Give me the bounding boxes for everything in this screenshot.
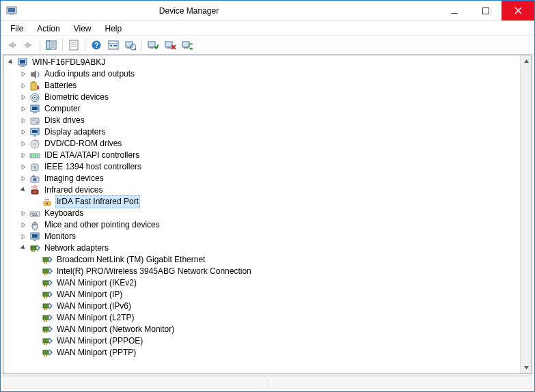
tree-item[interactable]: WAN Miniport (Network Monitor) (5, 324, 520, 335)
tree-item[interactable]: WAN Miniport (PPTP) (5, 347, 520, 359)
tree-item[interactable]: Infrared devices (5, 184, 520, 196)
tree-item[interactable]: WAN Miniport (L2TP) (5, 312, 520, 324)
svg-rect-2 (10, 14, 14, 15)
svg-rect-36 (20, 60, 25, 64)
tree-item[interactable]: Biometric devices (5, 92, 520, 103)
svg-rect-101 (44, 320, 45, 322)
tree-item[interactable]: Batteries (5, 80, 520, 92)
tree-item-label: Batteries (43, 80, 78, 92)
svg-rect-47 (32, 107, 38, 110)
svg-text:?: ? (94, 42, 98, 49)
tree-item[interactable]: Audio inputs and outputs (5, 68, 520, 80)
svg-rect-27 (148, 42, 155, 47)
tree-item[interactable]: Network adapters (5, 242, 520, 254)
tree-item[interactable]: WAN Miniport (PPPOE) (5, 335, 520, 347)
svg-rect-106 (43, 339, 49, 343)
expander-none (32, 256, 40, 264)
svg-rect-61 (37, 154, 38, 157)
svg-rect-99 (46, 308, 47, 310)
tree-item[interactable]: Keyboards (5, 208, 520, 219)
svg-point-56 (34, 143, 36, 145)
network-adapter-icon (42, 301, 53, 312)
expander-closed-icon[interactable] (20, 117, 27, 124)
tree-item[interactable]: Disk drives (5, 115, 520, 126)
tree-item[interactable]: WIN-F16FDL9ABKJ (5, 57, 520, 68)
svg-rect-83 (31, 250, 33, 252)
toolbar-separator (141, 38, 142, 52)
expander-closed-icon[interactable] (20, 152, 27, 159)
tree-item[interactable]: Intel(R) PRO/Wireless 3945ABG Network Co… (5, 266, 520, 277)
expander-open-icon[interactable] (8, 59, 15, 66)
action-tree-button[interactable] (105, 37, 122, 53)
menu-view[interactable]: View (67, 23, 98, 35)
expander-open-icon[interactable] (20, 244, 27, 252)
tree-item[interactable]: Computer (5, 103, 520, 115)
update-driver-button[interactable] (179, 37, 195, 53)
svg-rect-53 (32, 130, 38, 133)
device-tree[interactable]: WIN-F16FDL9ABKJAudio inputs and outputsB… (3, 55, 520, 374)
biometric-icon (29, 92, 40, 103)
svg-rect-87 (46, 262, 47, 264)
menu-help[interactable]: Help (98, 23, 129, 35)
svg-rect-30 (167, 47, 171, 48)
svg-rect-92 (44, 285, 45, 287)
expander-closed-icon[interactable] (20, 94, 27, 101)
mouse-icon (29, 220, 40, 231)
tree-item[interactable]: YIEEE 1394 host controllers (5, 161, 520, 173)
tree-item[interactable]: Broadcom NetLink (TM) Gigabit Ethernet (5, 254, 520, 266)
expander-closed-icon[interactable] (20, 105, 27, 113)
tree-item[interactable]: IrDA Fast Infrared Port (5, 196, 520, 208)
tree-item[interactable]: Display adapters (5, 126, 520, 138)
forward-button[interactable] (20, 37, 37, 53)
expander-closed-icon[interactable] (20, 210, 27, 217)
tree-item[interactable]: Monitors (5, 231, 520, 242)
titlebar[interactable]: Device Manager _ (1, 1, 534, 21)
scroll-thumb[interactable] (521, 67, 532, 362)
tree-item-label: Display adapters (43, 126, 107, 138)
svg-rect-102 (46, 320, 47, 322)
tree-item[interactable]: Imaging devices (5, 173, 520, 184)
tree-item[interactable]: WAN Miniport (IKEv2) (5, 277, 520, 289)
expander-open-icon[interactable] (20, 186, 27, 194)
expander-closed-icon[interactable] (20, 221, 27, 229)
close-button[interactable] (502, 1, 534, 20)
svg-rect-91 (43, 281, 49, 285)
enable-device-button[interactable] (145, 37, 161, 53)
scan-hardware-button[interactable] (122, 37, 139, 53)
expander-closed-icon[interactable] (20, 70, 27, 78)
menu-file[interactable]: File (3, 23, 30, 35)
tree-item[interactable]: DVD/CD-ROM drives (5, 138, 520, 150)
back-button[interactable] (3, 37, 20, 53)
expander-closed-icon[interactable] (20, 175, 27, 182)
scroll-down-arrow[interactable] (521, 362, 532, 374)
expander-closed-icon[interactable] (20, 128, 27, 136)
maximize-button[interactable] (470, 1, 502, 20)
svg-rect-110 (44, 354, 45, 356)
toolbar-separator (62, 38, 63, 52)
svg-rect-59 (33, 154, 34, 157)
menu-action[interactable]: Action (30, 23, 66, 35)
svg-rect-98 (44, 308, 45, 310)
tree-item[interactable]: IDE ATA/ATAPI controllers (5, 150, 520, 161)
expander-closed-icon[interactable] (20, 233, 27, 240)
tree-item-label: IrDA Fast Infrared Port (55, 195, 140, 208)
svg-rect-9 (46, 41, 50, 49)
svg-rect-40 (31, 83, 36, 90)
tree-item[interactable]: WAN Miniport (IP) (5, 289, 520, 300)
expander-closed-icon[interactable] (20, 140, 27, 148)
expander-closed-icon[interactable] (20, 82, 27, 89)
show-hide-tree-button[interactable] (43, 37, 59, 53)
display-icon (29, 127, 40, 138)
uninstall-device-button[interactable] (162, 37, 178, 53)
vertical-scrollbar[interactable] (520, 55, 532, 374)
scroll-up-arrow[interactable] (521, 55, 532, 67)
svg-rect-49 (31, 118, 39, 124)
minimize-button[interactable]: _ (439, 1, 470, 20)
tree-item[interactable]: WAN Miniport (IPv6) (5, 300, 520, 312)
tree-item[interactable]: Mice and other pointing devices (5, 219, 520, 231)
disk-icon (29, 115, 40, 126)
expander-closed-icon[interactable] (20, 163, 27, 171)
properties-button[interactable] (66, 37, 82, 53)
help-button[interactable]: ? (88, 37, 105, 53)
svg-rect-13 (70, 40, 78, 50)
